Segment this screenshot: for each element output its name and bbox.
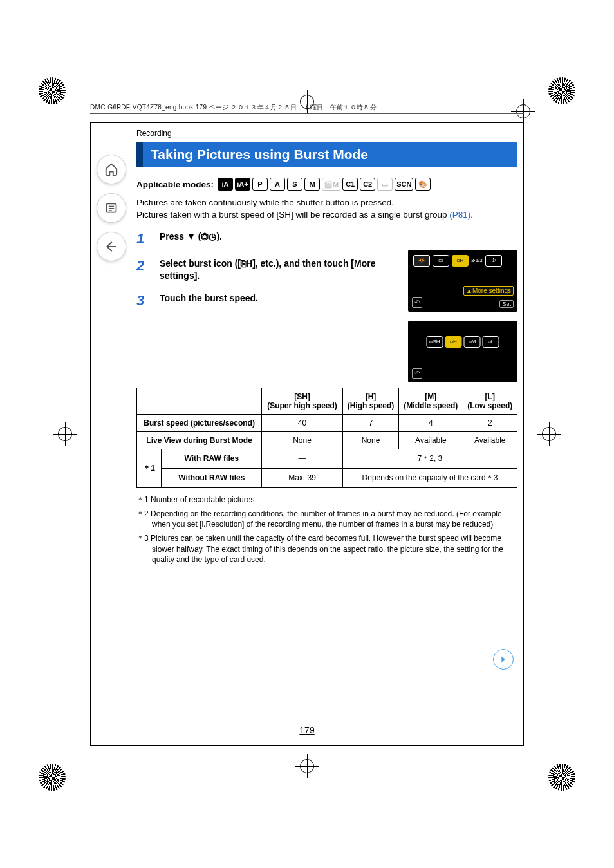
step-text: Touch the burst speed. xyxy=(160,292,258,305)
screen-single: ▭ xyxy=(433,255,449,267)
mode-icon-ia: iA xyxy=(218,178,233,191)
step-number: 2 xyxy=(136,258,148,274)
cell: 4 xyxy=(399,414,463,431)
step-number: 3 xyxy=(136,292,148,309)
cell: None xyxy=(262,431,343,449)
intro-line-2a: Pictures taken with a burst speed of [SH… xyxy=(136,210,449,220)
mode-icon-c2: C2 xyxy=(360,178,375,191)
column-header: [SH] (Super high speed) xyxy=(262,388,343,414)
return-icon[interactable]: ↶ xyxy=(412,368,422,379)
intro-line-2b: . xyxy=(470,210,473,220)
intro-text: Pictures are taken continuously while th… xyxy=(136,197,517,222)
burst-spec-table: [SH] (Super high speed)[H] (High speed)[… xyxy=(136,388,517,488)
cell: 2 xyxy=(463,414,517,431)
cell: 7 xyxy=(342,414,398,431)
contents-icon[interactable] xyxy=(97,193,126,223)
column-header: [H] (High speed) xyxy=(342,388,398,414)
more-settings-button[interactable]: ▲More settings xyxy=(463,286,514,296)
cell: None xyxy=(342,431,398,449)
footnote: ＊1 Number of recordable pictures xyxy=(136,495,517,505)
next-page-icon[interactable] xyxy=(493,649,514,670)
registration-mark xyxy=(299,758,315,775)
screen-timer: ⏱ xyxy=(485,255,502,267)
cell: Max. 39 xyxy=(262,468,343,487)
burst-speed-options: ⧈SH⧈H⧈M⧈L xyxy=(427,336,499,348)
step-number: 1 xyxy=(136,231,148,247)
cell: 7＊2, 3 xyxy=(342,449,517,468)
row-label: Live View during Burst Mode xyxy=(137,431,262,449)
mode-icon-ia+: iA+ xyxy=(235,178,250,191)
mode-icon-🎨: 🎨 xyxy=(415,178,431,191)
mode-icons: iAiA+PASM🎬MC1C2▭SCN🎨 xyxy=(218,178,431,191)
empty-header xyxy=(137,388,262,414)
cell: Depends on the capacity of the card＊3 xyxy=(342,468,517,487)
mode-icon-a: A xyxy=(270,178,285,191)
column-header: [M] (Middle speed) xyxy=(399,388,463,414)
screen-badge: 🔆 xyxy=(413,255,430,267)
screen-count: 3·1/3 xyxy=(471,258,483,263)
intro-line-1: Pictures are taken continuously while th… xyxy=(136,197,517,209)
applicable-modes: Applicable modes: iAiA+PASM🎬MC1C2▭SCN🎨 xyxy=(136,178,517,191)
printer-mark-bl xyxy=(39,764,66,791)
cell: Available xyxy=(463,431,517,449)
burst-option[interactable]: ⧈L xyxy=(483,336,499,348)
p81-link[interactable]: (P81) xyxy=(449,210,470,220)
mode-icon-c1: C1 xyxy=(342,178,358,191)
running-head: DMC-G6PDF-VQT4Z78_eng.book 179 ページ ２０１３年… xyxy=(90,103,524,114)
burst-option[interactable]: ⧈M xyxy=(464,336,481,348)
row-label: Burst speed (pictures/second) xyxy=(137,414,262,431)
mode-icon-🎬m: 🎬M xyxy=(322,178,340,191)
screen-burst-selected: ⧈H xyxy=(452,255,469,267)
mode-icon-p: P xyxy=(252,178,268,191)
burst-option[interactable]: ⧈H xyxy=(445,336,462,348)
modes-label: Applicable modes: xyxy=(136,180,214,189)
row-label: Without RAW files xyxy=(162,468,262,487)
footnote: ＊2 Depending on the recording conditions… xyxy=(136,509,517,529)
mode-icon-▭: ▭ xyxy=(377,178,393,191)
set-button[interactable]: Set xyxy=(499,300,514,308)
printer-mark-br xyxy=(548,764,575,791)
nav-rail xyxy=(97,155,126,261)
row-label: With RAW files xyxy=(162,449,262,468)
section-label: Recording xyxy=(136,129,517,138)
cell: 40 xyxy=(262,414,343,431)
footnotes: ＊1 Number of recordable pictures＊2 Depen… xyxy=(136,495,517,565)
home-icon[interactable] xyxy=(97,155,126,184)
return-icon[interactable]: ↶ xyxy=(412,297,422,308)
page-title: Taking Pictures using Burst Mode xyxy=(136,142,517,167)
lcd-preview-bottom: ⧈SH⧈H⧈M⧈L ↶ xyxy=(408,321,517,382)
lcd-preview-top: 🔆 ▭ ⧈H 3·1/3 ⏱ ▲More settings Set ↶ xyxy=(408,250,517,312)
page-number: 179 xyxy=(0,725,614,735)
mode-icon-scn: SCN xyxy=(395,178,413,191)
registration-mark xyxy=(541,426,557,442)
mode-icon-s: S xyxy=(287,178,302,191)
step-1: 1Press ▼ (⏣◷). xyxy=(136,231,517,247)
printer-mark-tl xyxy=(39,77,66,104)
registration-mark xyxy=(57,426,73,442)
printer-mark-tr xyxy=(548,77,575,104)
column-header: [L] (Low speed) xyxy=(463,388,517,414)
cell: — xyxy=(262,449,343,468)
footnote-marker: ＊1 xyxy=(137,449,162,487)
step-text: Press ▼ (⏣◷). xyxy=(160,231,222,243)
content-area: Recording Taking Pictures using Burst Mo… xyxy=(136,129,517,569)
cell: Available xyxy=(399,431,463,449)
mode-icon-m: M xyxy=(304,178,320,191)
burst-option[interactable]: ⧈SH xyxy=(427,336,443,348)
step-text: Select burst icon ([⎘H], etc.), and then… xyxy=(160,258,404,282)
back-icon[interactable] xyxy=(97,232,126,261)
footnote: ＊3 Pictures can be taken until the capac… xyxy=(136,533,517,565)
